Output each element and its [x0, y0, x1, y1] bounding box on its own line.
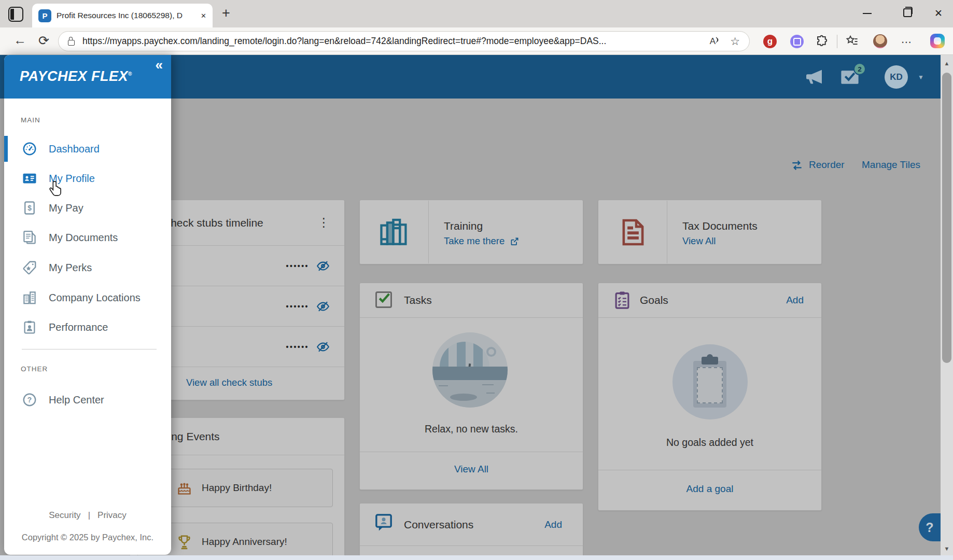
- screen: P Profit Resources Inc (18065298), D ✕ +…: [0, 0, 953, 560]
- browser-tab[interactable]: P Profit Resources Inc (18065298), D ✕: [32, 4, 213, 27]
- paychex-flex-logo: PAYCHEX FLEX®: [20, 68, 132, 85]
- scroll-down-icon[interactable]: ▼: [941, 545, 953, 552]
- refresh-button[interactable]: ⟳: [38, 33, 49, 48]
- purple-extension-icon[interactable]: [790, 35, 804, 48]
- sidebar-item-my-profile[interactable]: My Profile: [4, 164, 171, 193]
- perks-tag-icon: [22, 260, 37, 275]
- performance-clipboard-icon: [22, 319, 37, 335]
- sidebar-item-company-locations[interactable]: Company Locations: [4, 283, 171, 312]
- paychex-favicon: P: [38, 9, 51, 22]
- new-tab-button[interactable]: +: [222, 5, 230, 21]
- pay-document-icon: $: [22, 200, 37, 216]
- scroll-up-icon[interactable]: ▲: [941, 60, 953, 66]
- svg-text:?: ?: [27, 396, 32, 404]
- sidebar-divider: [22, 349, 157, 349]
- sidebar-item-my-documents[interactable]: My Documents: [4, 223, 171, 252]
- copyright-text: Copyright © 2025 by Paychex, Inc.: [4, 533, 171, 542]
- page-scrollbar[interactable]: ▲ ▼: [941, 55, 953, 560]
- restore-button[interactable]: [903, 8, 912, 17]
- messages-badge: 2: [853, 63, 866, 75]
- sidebar-section-main: MAIN: [21, 116, 40, 124]
- announcements-megaphone-icon[interactable]: [804, 66, 824, 89]
- footer-pipe: |: [88, 510, 90, 521]
- extensions-puzzle-icon[interactable]: [815, 34, 829, 50]
- privacy-link[interactable]: Privacy: [97, 510, 127, 521]
- back-button[interactable]: ←: [13, 33, 26, 48]
- address-bar[interactable]: https://myapps.paychex.com/landing_remot…: [58, 31, 750, 51]
- copilot-icon[interactable]: [930, 34, 945, 48]
- profile-caret-icon[interactable]: ▼: [918, 74, 924, 81]
- hand-cursor: [48, 180, 64, 199]
- sidebar-footer-links: Security | Privacy: [4, 510, 171, 521]
- sidebar-item-my-pay[interactable]: $ My Pay: [4, 193, 171, 222]
- minimize-button[interactable]: [863, 13, 872, 14]
- sidebar-header: PAYCHEX FLEX® «: [4, 55, 171, 99]
- security-link[interactable]: Security: [49, 510, 80, 521]
- sidebar-item-my-perks[interactable]: My Perks: [4, 253, 171, 282]
- sidebar-section-other: OTHER: [21, 365, 48, 373]
- buildings-icon: [22, 290, 37, 305]
- browser-toolbar: ← ⟳ https://myapps.paychex.com/landing_r…: [0, 27, 953, 55]
- collections-icon[interactable]: [845, 34, 859, 50]
- close-window-button[interactable]: ✕: [934, 7, 943, 19]
- user-avatar[interactable]: KD: [885, 65, 908, 89]
- grammarly-extension-icon[interactable]: g: [763, 35, 777, 48]
- bottom-edge-strip: [0, 555, 953, 560]
- sidebar-item-help-center[interactable]: ? Help Center: [4, 385, 171, 414]
- dashboard-gauge-icon: [22, 141, 37, 157]
- url-text[interactable]: https://myapps.paychex.com/landing_remot…: [82, 36, 704, 47]
- profile-card-icon: [22, 171, 37, 186]
- tab-close-icon[interactable]: ✕: [201, 12, 206, 20]
- sidebar-item-performance[interactable]: Performance: [4, 313, 171, 342]
- favorite-star-icon[interactable]: ☆: [730, 35, 740, 48]
- svg-text:$: $: [27, 204, 32, 212]
- tab-title: Profit Resources Inc (18065298), D: [57, 11, 190, 20]
- browser-profile-avatar[interactable]: [873, 34, 887, 48]
- read-aloud-icon[interactable]: A: [710, 36, 720, 47]
- scrollbar-thumb[interactable]: [942, 73, 951, 363]
- collapse-sidebar-icon[interactable]: «: [156, 57, 163, 73]
- sidebar-item-dashboard[interactable]: Dashboard: [4, 134, 171, 163]
- help-circle-icon: ?: [22, 392, 37, 408]
- lock-icon: [68, 40, 75, 46]
- browser-menu-icon[interactable]: ⋯: [901, 36, 912, 48]
- toolbar-divider: [837, 35, 837, 48]
- sidebar: PAYCHEX FLEX® « MAIN Dashboard My Profil…: [4, 55, 171, 555]
- documents-icon: [22, 230, 37, 245]
- browser-titlebar: P Profit Resources Inc (18065298), D ✕ +…: [0, 0, 953, 27]
- tab-actions-icon[interactable]: [8, 7, 23, 22]
